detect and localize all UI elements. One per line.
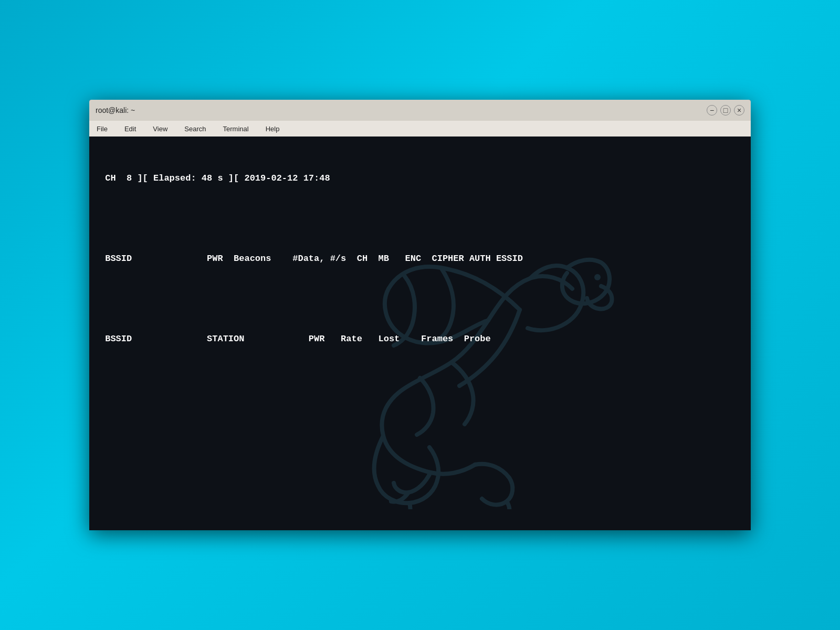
desktop: root@kali: ~ − □ × File Edit View Search… bbox=[0, 0, 840, 630]
terminal-line-1: CH 8 ][ Elapsed: 48 s ][ 2019-02-12 17:4… bbox=[100, 172, 740, 185]
terminal-line-4 bbox=[100, 292, 740, 306]
menu-edit[interactable]: Edit bbox=[121, 124, 139, 134]
window-title: root@kali: ~ bbox=[96, 106, 135, 114]
terminal-line-3: BSSID PWR Beacons #Data, #/s CH MB ENC C… bbox=[100, 252, 740, 266]
menu-view[interactable]: View bbox=[150, 124, 171, 134]
terminal-line-2 bbox=[100, 212, 740, 226]
minimize-button[interactable]: − bbox=[707, 105, 717, 116]
menu-search[interactable]: Search bbox=[181, 124, 209, 134]
terminal-line-5: BSSID STATION PWR Rate Lost Frames Probe bbox=[100, 332, 740, 346]
terminal-output: CH 8 ][ Elapsed: 48 s ][ 2019-02-12 17:4… bbox=[100, 145, 740, 413]
menu-file[interactable]: File bbox=[93, 124, 111, 134]
maximize-button[interactable]: □ bbox=[720, 105, 731, 116]
terminal-line-6 bbox=[100, 373, 740, 386]
menu-bar: File Edit View Search Terminal Help bbox=[89, 121, 751, 136]
menu-help[interactable]: Help bbox=[262, 124, 283, 134]
menu-terminal[interactable]: Terminal bbox=[220, 124, 252, 134]
terminal-window: root@kali: ~ − □ × File Edit View Search… bbox=[89, 100, 751, 530]
close-button[interactable]: × bbox=[734, 105, 744, 116]
title-bar: root@kali: ~ − □ × bbox=[89, 100, 751, 121]
window-controls: − □ × bbox=[707, 105, 744, 116]
terminal-body[interactable]: CH 8 ][ Elapsed: 48 s ][ 2019-02-12 17:4… bbox=[89, 136, 751, 530]
